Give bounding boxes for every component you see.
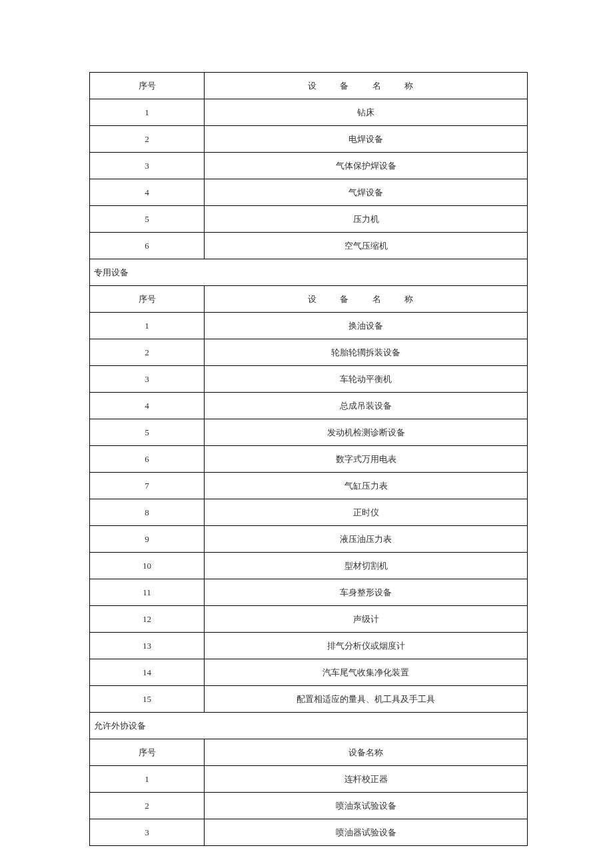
cell-name: 换油设备: [205, 313, 528, 339]
table-row: 12 声级计: [90, 606, 528, 633]
table-row: 4 总成吊装设备: [90, 393, 528, 419]
cell-index: 7: [90, 473, 205, 499]
document-table-wrap: 序号 设 备 名 称 1 钻床 2 电焊设备 3 气体保护焊设备 4 气焊设备 …: [89, 72, 528, 846]
table-row: 15 配置相适应的量具、机工具及手工具: [90, 686, 528, 713]
cell-name: 数字式万用电表: [205, 446, 528, 473]
cell-name: 喷油泵试验设备: [205, 793, 528, 819]
section-title: 允许外协设备: [90, 713, 528, 739]
table-row: 1 钻床: [90, 99, 528, 126]
cell-name: 总成吊装设备: [205, 393, 528, 419]
cell-name: 车身整形设备: [205, 579, 528, 606]
table-row: 2 电焊设备: [90, 126, 528, 153]
cell-index: 1: [90, 313, 205, 339]
cell-name: 液压油压力表: [205, 526, 528, 553]
table-row: 13 排气分析仪或烟度计: [90, 633, 528, 659]
header-name: 设 备 名 称: [205, 286, 528, 313]
table-row: 9 液压油压力表: [90, 526, 528, 553]
cell-index: 6: [90, 233, 205, 259]
cell-index: 5: [90, 206, 205, 233]
header-index: 序号: [90, 739, 205, 766]
table-row: 6 空气压缩机: [90, 233, 528, 259]
table-row: 3 气体保护焊设备: [90, 153, 528, 179]
table-row: 14 汽车尾气收集净化装置: [90, 659, 528, 686]
cell-index: 12: [90, 606, 205, 633]
header-name: 设 备 名 称: [205, 73, 528, 99]
cell-name: 气缸压力表: [205, 473, 528, 499]
header-name: 设备名称: [205, 739, 528, 766]
cell-index: 14: [90, 659, 205, 686]
cell-index: 1: [90, 99, 205, 126]
cell-index: 15: [90, 686, 205, 713]
table-row: 1 连杆校正器: [90, 766, 528, 793]
cell-name: 空气压缩机: [205, 233, 528, 259]
cell-index: 10: [90, 553, 205, 579]
cell-index: 9: [90, 526, 205, 553]
cell-name: 电焊设备: [205, 126, 528, 153]
cell-index: 4: [90, 393, 205, 419]
table-row: 2 轮胎轮辋拆装设备: [90, 339, 528, 366]
table-row: 8 正时仪: [90, 499, 528, 526]
table-header-row: 序号 设 备 名 称: [90, 286, 528, 313]
table-row: 10 型材切割机: [90, 553, 528, 579]
table-header-row: 序号 设 备 名 称: [90, 73, 528, 99]
cell-index: 3: [90, 819, 205, 846]
table-row: 11 车身整形设备: [90, 579, 528, 606]
cell-name: 连杆校正器: [205, 766, 528, 793]
table-row: 5 压力机: [90, 206, 528, 233]
header-index: 序号: [90, 73, 205, 99]
cell-index: 13: [90, 633, 205, 659]
cell-index: 5: [90, 419, 205, 446]
cell-index: 6: [90, 446, 205, 473]
cell-name: 轮胎轮辋拆装设备: [205, 339, 528, 366]
section-title-row: 允许外协设备: [90, 713, 528, 739]
cell-name: 气焊设备: [205, 179, 528, 206]
cell-name: 型材切割机: [205, 553, 528, 579]
table-row: 3 喷油器试验设备: [90, 819, 528, 846]
cell-name: 压力机: [205, 206, 528, 233]
cell-name: 正时仪: [205, 499, 528, 526]
cell-name: 配置相适应的量具、机工具及手工具: [205, 686, 528, 713]
header-index: 序号: [90, 286, 205, 313]
table-row: 6 数字式万用电表: [90, 446, 528, 473]
cell-index: 2: [90, 339, 205, 366]
table-row: 7 气缸压力表: [90, 473, 528, 499]
table-header-row: 序号 设备名称: [90, 739, 528, 766]
cell-name: 钻床: [205, 99, 528, 126]
cell-index: 2: [90, 126, 205, 153]
table-row: 1 换油设备: [90, 313, 528, 339]
cell-index: 2: [90, 793, 205, 819]
cell-name: 汽车尾气收集净化装置: [205, 659, 528, 686]
cell-index: 3: [90, 153, 205, 179]
table-row: 3 车轮动平衡机: [90, 366, 528, 393]
table-row: 2 喷油泵试验设备: [90, 793, 528, 819]
equipment-table: 序号 设 备 名 称 1 钻床 2 电焊设备 3 气体保护焊设备 4 气焊设备 …: [89, 72, 528, 846]
cell-name: 车轮动平衡机: [205, 366, 528, 393]
cell-name: 声级计: [205, 606, 528, 633]
cell-name: 排气分析仪或烟度计: [205, 633, 528, 659]
table-row: 4 气焊设备: [90, 179, 528, 206]
table-row: 5 发动机检测诊断设备: [90, 419, 528, 446]
cell-index: 1: [90, 766, 205, 793]
cell-index: 8: [90, 499, 205, 526]
cell-name: 发动机检测诊断设备: [205, 419, 528, 446]
section-title-row: 专用设备: [90, 259, 528, 286]
cell-index: 11: [90, 579, 205, 606]
cell-name: 气体保护焊设备: [205, 153, 528, 179]
cell-name: 喷油器试验设备: [205, 819, 528, 846]
cell-index: 4: [90, 179, 205, 206]
section-title: 专用设备: [90, 259, 528, 286]
cell-index: 3: [90, 366, 205, 393]
